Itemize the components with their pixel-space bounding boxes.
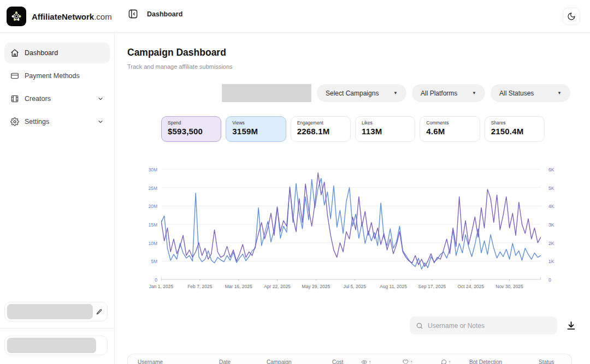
all-statuses-label: All Statuses [499, 89, 534, 97]
date-range-skeleton [222, 84, 311, 102]
brand-name: AffiliateNetwork.com [32, 12, 112, 21]
caret-down-icon: ▼ [557, 91, 562, 96]
all-platforms-dropdown[interactable]: All Platforms ▼ [412, 84, 485, 102]
column-header-cost[interactable]: Cost [332, 359, 344, 364]
gear-icon [10, 117, 19, 126]
stat-value: $593,500 [168, 127, 215, 136]
stat-value: 3159M [232, 127, 279, 136]
sidebar-skeleton-account [4, 302, 108, 321]
column-header-bot-detection[interactable]: Bot Detection [469, 359, 502, 364]
stat-label: Views [232, 120, 279, 126]
right-y-axis: 6K5K4K3K2K1K0 [548, 167, 570, 283]
sidebar-divider [0, 328, 115, 329]
all-platforms-label: All Platforms [421, 89, 457, 97]
sidebar-nav: Dashboard Payment Methods Creators Setti… [4, 43, 110, 132]
brand: AffiliateNetwork.com [7, 7, 112, 26]
sidebar-item-label: Creators [25, 95, 51, 103]
caret-down-icon: ▼ [393, 91, 398, 96]
sidebar: Dashboard Payment Methods Creators Setti… [0, 0, 115, 364]
sort-arrow-icon: ↑ [410, 360, 412, 364]
heart-icon [403, 359, 409, 364]
home-icon [10, 49, 19, 57]
download-icon [566, 320, 576, 331]
column-header-username[interactable]: Username [138, 359, 163, 364]
top-bar: AffiliateNetwork.com Dashboard [0, 0, 590, 33]
column-header-likes[interactable]: ↑ [403, 359, 412, 364]
sort-arrow-icon: ↑ [449, 360, 451, 364]
stat-label: Engagement [297, 120, 344, 126]
download-button[interactable] [566, 320, 577, 331]
all-statuses-dropdown[interactable]: All Statuses ▼ [491, 84, 570, 102]
stat-cards: Spend $593,500 Views 3159M Engagement 22… [161, 116, 545, 142]
table-search [410, 317, 557, 335]
stat-label: Spend [168, 120, 215, 126]
timeseries-chart: 30M25M20M15M10M5M0 6K5K4K3K2K1K0 Jan 1, … [115, 167, 590, 293]
submissions-table: Username Date Campaign Cost ↑ ↑ ↑ Bot De… [127, 354, 572, 364]
stat-card-spend[interactable]: Spend $593,500 [161, 116, 221, 142]
breadcrumb-label: Dashboard [147, 10, 182, 18]
chevron-down-icon[interactable] [97, 118, 104, 125]
sidebar-item-settings[interactable]: Settings [4, 111, 110, 132]
sidebar-collapse-icon[interactable] [128, 9, 138, 19]
filter-row: Select Campaigns ▼ All Platforms ▼ All S… [222, 84, 572, 102]
skeleton-placeholder [7, 338, 96, 353]
left-y-axis: 30M25M20M15M10M5M0 [123, 167, 157, 283]
search-icon [416, 322, 423, 330]
stat-card-shares[interactable]: Shares 2150.4M [485, 116, 545, 142]
stat-value: 113M [362, 127, 409, 136]
chart-plot-area [161, 168, 541, 281]
column-header-campaign[interactable]: Campaign [267, 359, 292, 364]
credit-card-icon [10, 71, 19, 80]
sidebar-item-label: Dashboard [25, 49, 58, 57]
sort-arrow-icon: ↑ [369, 360, 371, 364]
column-header-views[interactable]: ↑ [361, 359, 371, 364]
select-campaigns-label: Select Campaigns [326, 89, 379, 97]
page-title: Campaign Dashboard [127, 47, 226, 58]
moon-icon [567, 12, 576, 21]
breadcrumb: Dashboard [128, 9, 182, 19]
affiliate-network-logo-icon [7, 7, 26, 26]
search-input[interactable] [428, 322, 542, 330]
edit-pencil-icon[interactable] [93, 309, 105, 315]
stat-card-likes[interactable]: Likes 113M [355, 116, 415, 142]
sidebar-item-dashboard[interactable]: Dashboard [4, 43, 110, 63]
film-icon [10, 94, 19, 103]
comment-icon [441, 359, 447, 364]
stat-card-comments[interactable]: Comments 4.6M [420, 116, 480, 142]
chevron-down-icon[interactable] [97, 96, 104, 102]
dark-mode-toggle[interactable] [563, 8, 580, 25]
stat-label: Comments [426, 120, 473, 126]
stat-value: 4.6M [426, 127, 473, 136]
caret-down-icon: ▼ [472, 91, 476, 96]
sidebar-skeleton-user [4, 336, 108, 355]
sidebar-item-creators[interactable]: Creators [4, 88, 110, 109]
column-header-comments[interactable]: ↑ [441, 359, 451, 364]
eye-icon [361, 359, 367, 364]
stat-label: Likes [362, 120, 409, 126]
stat-value: 2150.4M [491, 127, 538, 136]
main-content: Campaign Dashboard Track and manage affi… [115, 33, 590, 364]
sidebar-item-payment-methods[interactable]: Payment Methods [4, 65, 110, 86]
stat-value: 2268.1M [297, 127, 344, 136]
column-header-date[interactable]: Date [219, 359, 231, 364]
sidebar-item-label: Payment Methods [25, 72, 80, 80]
stat-card-views[interactable]: Views 3159M [226, 116, 286, 142]
column-header-status[interactable]: Status [539, 359, 554, 364]
select-campaigns-dropdown[interactable]: Select Campaigns ▼ [317, 84, 406, 102]
stat-card-engagement[interactable]: Engagement 2268.1M [291, 116, 351, 142]
x-axis-labels: Jan 1, 2025Feb 7, 2025Mar 16, 2025Apr 22… [161, 284, 541, 290]
skeleton-placeholder [7, 304, 93, 319]
page-subtitle: Track and manage affiliate submissions [127, 63, 233, 70]
stat-label: Shares [491, 120, 538, 126]
sidebar-item-label: Settings [25, 118, 49, 126]
